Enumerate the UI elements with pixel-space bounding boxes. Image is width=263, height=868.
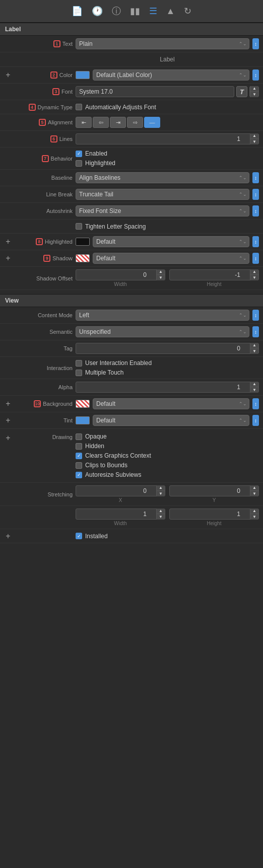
tag-field[interactable]: ▲ ▼	[76, 343, 259, 354]
shadow-width-input[interactable]	[76, 270, 156, 279]
tint-select[interactable]: Default	[93, 415, 249, 426]
background-select-wrap[interactable]: Default	[93, 398, 249, 409]
baseline-chevron[interactable]: ↕	[252, 172, 259, 183]
highlighted-checkbox[interactable]	[76, 160, 82, 167]
installed-plus-btn[interactable]: +	[4, 532, 12, 540]
shadow-height-input[interactable]	[170, 270, 250, 279]
content-mode-select[interactable]: Left	[76, 310, 249, 321]
stretching-x-field[interactable]: ▲ ▼	[76, 485, 165, 496]
triangle-icon[interactable]: ▲	[166, 6, 175, 17]
align-right-btn[interactable]: ⇥	[110, 117, 126, 128]
stretching-h-field[interactable]: ▲ ▼	[169, 509, 259, 520]
enabled-checkbox[interactable]	[76, 151, 82, 157]
tint-select-wrap[interactable]: Default	[93, 415, 249, 426]
opaque-checkbox[interactable]	[76, 433, 82, 440]
stretching-x-down[interactable]: ▼	[157, 491, 165, 496]
color-select[interactable]: Default (Label Color)	[93, 69, 249, 81]
shadow-select[interactable]: Default	[93, 253, 249, 264]
shadow-height-field[interactable]: ▲ ▼	[169, 269, 259, 280]
alpha-field[interactable]: ▲ ▼	[76, 382, 259, 393]
hidden-checkbox[interactable]	[76, 443, 82, 450]
shadow-select-wrap[interactable]: Default	[93, 253, 249, 264]
stretching-y-field[interactable]: ▲ ▼	[169, 485, 259, 496]
baseline-select-wrap[interactable]: Align Baselines	[76, 172, 249, 183]
refresh-icon[interactable]: ↻	[184, 6, 191, 17]
line-break-chevron[interactable]: ↕	[252, 189, 259, 200]
font-input[interactable]	[76, 86, 234, 97]
align-center-btn[interactable]: ⇦	[93, 117, 109, 128]
shadow-height-down[interactable]: ▼	[250, 275, 258, 280]
autoshrink-chevron[interactable]: ↕	[252, 205, 259, 216]
autoresize-checkbox[interactable]	[76, 472, 82, 478]
align-left-btn[interactable]: ⇤	[76, 117, 92, 128]
align-justify-btn[interactable]: ⇨	[127, 117, 143, 128]
tag-input[interactable]	[76, 344, 250, 353]
stretching-w-up[interactable]: ▲	[157, 509, 165, 514]
tighten-checkbox[interactable]	[76, 223, 82, 230]
history-icon[interactable]: 🕐	[92, 6, 103, 17]
content-mode-chevron[interactable]: ↕	[252, 310, 259, 321]
shadow-height-up[interactable]: ▲	[250, 269, 258, 275]
help-icon[interactable]: ⓘ	[112, 5, 121, 17]
highlighted-select-wrap[interactable]: Default	[93, 236, 249, 247]
semantic-select-wrap[interactable]: Unspecified	[76, 326, 249, 337]
font-stepper-up[interactable]: ▲	[250, 86, 258, 92]
stretching-y-up[interactable]: ▲	[250, 485, 258, 491]
color-chevron[interactable]: ↕	[252, 69, 259, 81]
content-mode-select-wrap[interactable]: Left	[76, 310, 249, 321]
text-select-wrap[interactable]: Plain Attributed	[76, 38, 249, 49]
stretching-h-input[interactable]	[170, 510, 250, 519]
text-chevron[interactable]: ↕	[252, 38, 259, 49]
inspector-icon[interactable]: ▮▮	[130, 6, 140, 17]
alpha-up[interactable]: ▲	[250, 382, 258, 387]
semantic-chevron[interactable]: ↕	[252, 326, 259, 337]
alpha-down[interactable]: ▼	[250, 387, 258, 393]
font-stepper-down[interactable]: ▼	[250, 92, 258, 97]
font-stepper[interactable]: ▲ ▼	[249, 86, 259, 97]
filter-icon[interactable]: ☰	[149, 6, 157, 17]
stretching-w-field[interactable]: ▲ ▼	[76, 509, 165, 520]
clips-checkbox[interactable]	[76, 462, 82, 469]
stretching-h-up[interactable]: ▲	[250, 509, 258, 514]
line-break-select[interactable]: Truncate Tail	[76, 189, 249, 200]
highlighted-chevron[interactable]: ↕	[252, 236, 259, 247]
stretching-w-down[interactable]: ▼	[157, 514, 165, 520]
autoshrink-select[interactable]: Fixed Font Size	[76, 205, 249, 216]
tag-down[interactable]: ▼	[250, 348, 258, 354]
background-chevron[interactable]: ↕	[252, 398, 259, 409]
semantic-select[interactable]: Unspecified	[76, 326, 249, 337]
stretching-h-down[interactable]: ▼	[250, 514, 258, 520]
tag-up[interactable]: ▲	[250, 343, 258, 348]
lines-field[interactable]: ▲ ▼	[76, 133, 259, 144]
tint-chevron[interactable]: ↕	[252, 415, 259, 426]
align-natural-btn[interactable]: ―	[144, 117, 160, 128]
tint-plus-btn[interactable]: +	[4, 416, 12, 424]
shadow-width-field[interactable]: ▲ ▼	[76, 269, 165, 280]
lines-down[interactable]: ▼	[250, 139, 258, 144]
shadow-width-down[interactable]: ▼	[157, 275, 165, 280]
stretching-x-up[interactable]: ▲	[157, 485, 165, 491]
font-icon-btn[interactable]: T	[236, 86, 247, 97]
autoshrink-select-wrap[interactable]: Fixed Font Size	[76, 205, 249, 216]
multiple-touch-checkbox[interactable]	[76, 370, 82, 376]
dynamic-type-checkbox[interactable]	[76, 104, 82, 110]
highlighted-select[interactable]: Default	[93, 236, 249, 247]
color-select-wrap[interactable]: Default (Label Color)	[93, 69, 249, 81]
shadow-width-up[interactable]: ▲	[157, 269, 165, 275]
highlighted-plus-btn[interactable]: +	[4, 238, 12, 246]
stretching-x-input[interactable]	[76, 486, 156, 495]
user-interaction-checkbox[interactable]	[76, 360, 82, 367]
stretching-y-down[interactable]: ▼	[250, 491, 258, 496]
baseline-select[interactable]: Align Baselines	[76, 172, 249, 183]
installed-checkbox[interactable]	[76, 533, 82, 539]
shadow-plus-btn[interactable]: +	[4, 254, 12, 262]
lines-input[interactable]	[76, 134, 250, 143]
color-plus-btn[interactable]: +	[4, 71, 12, 79]
text-select[interactable]: Plain Attributed	[76, 38, 249, 49]
document-icon[interactable]: 📄	[72, 6, 83, 17]
drawing-plus-btn[interactable]: +	[4, 434, 12, 442]
shadow-chevron[interactable]: ↕	[252, 253, 259, 264]
line-break-select-wrap[interactable]: Truncate Tail	[76, 189, 249, 200]
alpha-input[interactable]	[76, 383, 250, 392]
stretching-y-input[interactable]	[170, 486, 250, 495]
